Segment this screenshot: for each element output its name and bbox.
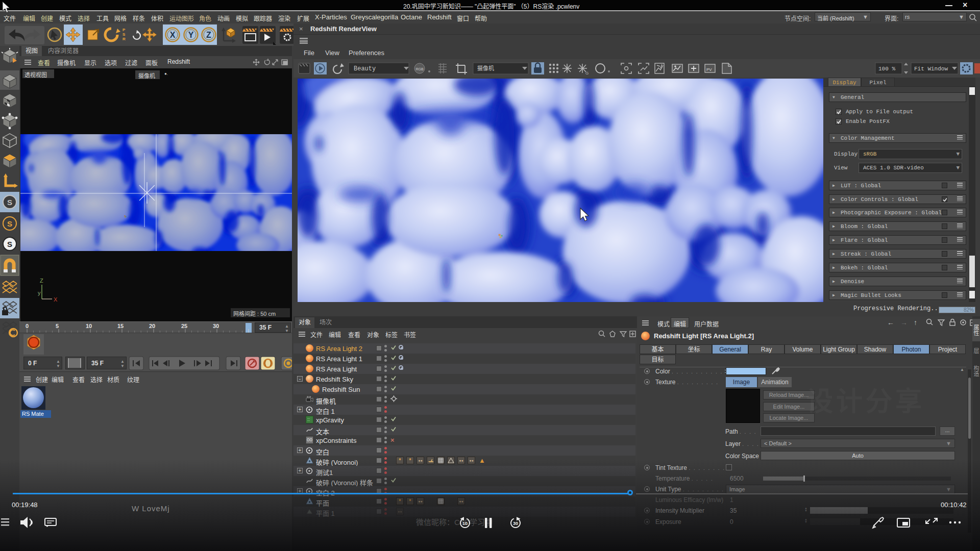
svg-text:S: S	[7, 198, 12, 207]
svg-text:Z: Z	[206, 31, 211, 39]
svg-text:P: P	[122, 28, 126, 32]
svg-text:S: S	[7, 240, 12, 248]
svg-text:RGB: RGB	[415, 67, 424, 71]
svg-text:R: R	[122, 37, 126, 41]
svg-text:100 %: 100 %	[878, 66, 895, 72]
svg-text:30: 30	[513, 521, 518, 526]
svg-text:X: X	[170, 31, 176, 39]
svg-text:S: S	[7, 219, 12, 228]
svg-text:Beauty: Beauty	[354, 65, 376, 72]
svg-text:10: 10	[86, 323, 92, 329]
svg-text:15: 15	[117, 323, 124, 329]
svg-text:S: S	[122, 32, 126, 37]
svg-text:Z: Z	[40, 278, 43, 284]
svg-text:30: 30	[213, 323, 219, 329]
svg-text:20: 20	[149, 323, 155, 329]
svg-text:PV: PV	[706, 67, 712, 72]
svg-text:G: G	[585, 71, 589, 76]
svg-text:摄像机: 摄像机	[477, 65, 494, 71]
svg-text:y: y	[38, 290, 41, 296]
svg-text:X: X	[54, 296, 58, 303]
svg-text:5: 5	[56, 323, 59, 329]
svg-text:25: 25	[181, 323, 187, 329]
svg-text:Y: Y	[188, 31, 194, 39]
svg-text:Fit Window: Fit Window	[914, 66, 948, 72]
svg-text:0: 0	[26, 323, 29, 329]
svg-text:10: 10	[462, 521, 468, 526]
